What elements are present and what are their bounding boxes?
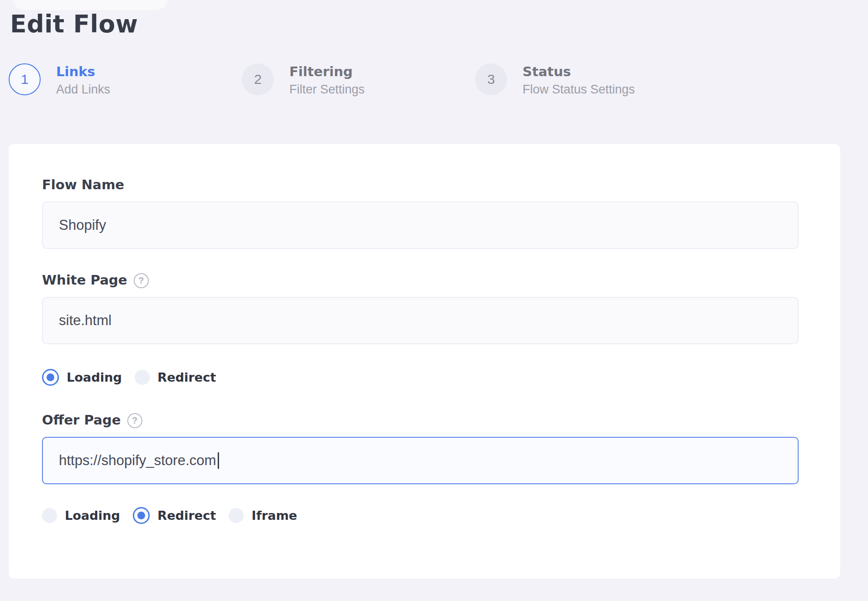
step-2-badge: 2 [242,63,274,95]
stepper-step-status[interactable]: 3 Status Flow Status Settings [475,63,635,97]
flow-name-label-row: Flow Name [42,176,840,194]
decorative-blob [13,0,168,10]
step-title: Links [56,64,110,79]
white-page-input[interactable]: site.html [42,297,799,344]
white-page-help-icon[interactable]: ? [134,273,149,288]
stepper-step-links[interactable]: 1 Links Add Links [9,63,110,97]
step-3-badge: 3 [475,63,507,95]
flow-name-value: Shopify [59,217,106,233]
offer-page-label: Offer Page [42,412,121,428]
step-title: Filtering [289,64,365,79]
offer-page-radio-redirect[interactable]: Redirect [133,507,216,524]
step-2-text: Filtering Filter Settings [289,63,365,97]
radio-selected-icon [42,369,59,386]
step-1-text: Links Add Links [56,63,110,97]
radio-label: Loading [67,370,122,384]
offer-page-label-row: Offer Page ? [42,411,840,429]
step-number: 2 [254,72,262,87]
flow-name-input[interactable]: Shopify [42,202,799,249]
step-number: 1 [21,72,29,87]
radio-unselected-icon [229,508,244,523]
step-title: Status [523,64,635,79]
step-subtitle: Flow Status Settings [523,83,635,97]
radio-unselected-icon [42,508,57,523]
white-page-mode-options: Loading Redirect [42,367,840,387]
step-number: 3 [487,72,495,87]
offer-page-mode-options: Loading Redirect Iframe [42,505,840,525]
white-page-radio-loading[interactable]: Loading [42,369,122,386]
stepper: 1 Links Add Links 2 Filtering Filter Set… [0,63,868,100]
radio-unselected-icon [135,370,150,385]
white-page-label-row: White Page ? [42,271,840,289]
step-1-badge: 1 [9,63,41,95]
offer-page-radio-iframe[interactable]: Iframe [229,508,297,523]
step-subtitle: Filter Settings [289,83,365,97]
radio-label: Iframe [251,508,297,523]
white-page-value: site.html [59,312,111,329]
stepper-step-filtering[interactable]: 2 Filtering Filter Settings [242,63,365,97]
flow-form-card: Flow Name Shopify White Page ? site.html… [9,144,840,579]
offer-page-value: https://shopify_store.com [59,452,216,469]
offer-page-help-icon[interactable]: ? [127,413,142,428]
radio-selected-icon [133,507,150,524]
step-3-text: Status Flow Status Settings [523,63,635,97]
flow-name-label: Flow Name [42,177,124,192]
offer-page-radio-loading[interactable]: Loading [42,508,120,523]
text-caret [218,452,219,469]
step-subtitle: Add Links [56,83,110,97]
page-title: Edit Flow [10,10,138,38]
white-page-label: White Page [42,272,127,288]
offer-page-input[interactable]: https://shopify_store.com [42,437,799,484]
radio-label: Redirect [157,370,216,384]
radio-label: Loading [65,508,120,523]
white-page-radio-redirect[interactable]: Redirect [135,370,216,385]
radio-label: Redirect [157,508,216,523]
